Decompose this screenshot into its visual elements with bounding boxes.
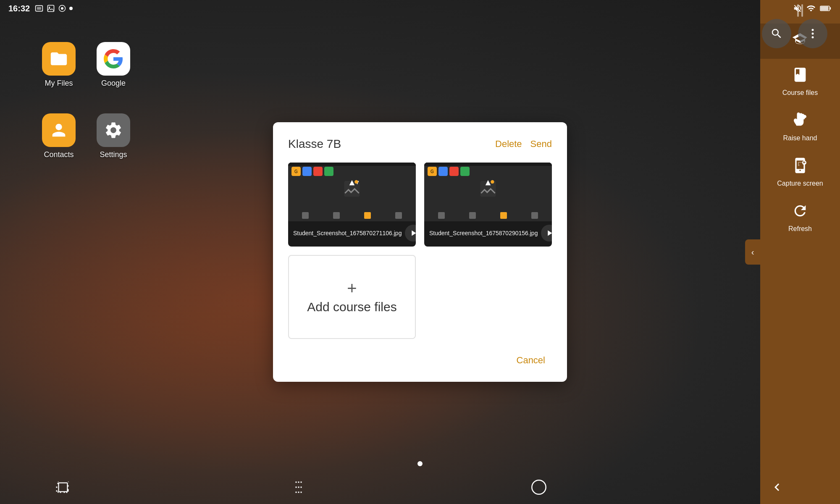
file-card-2-arrow[interactable] bbox=[541, 225, 552, 242]
dialog-header-actions: Delete Send bbox=[495, 139, 552, 150]
file-card-1-info: Student_Screenshot_1675870271106.jpg bbox=[288, 221, 416, 245]
arrow-right-icon-1 bbox=[409, 228, 416, 238]
file-card-2-info: Student_Screenshot_1675870290156.jpg bbox=[424, 221, 552, 245]
file-card-2-name: Student_Screenshot_1675870290156.jpg bbox=[429, 229, 538, 237]
svg-point-15 bbox=[354, 180, 358, 184]
svg-point-19 bbox=[491, 180, 494, 184]
dialog-title: Klasse 7B bbox=[288, 137, 341, 151]
file-card-2-preview: G bbox=[424, 163, 552, 221]
dialog-overlay: Klasse 7B Delete Send G bbox=[0, 0, 840, 504]
delete-button[interactable]: Delete bbox=[495, 139, 522, 150]
add-files-plus: + bbox=[347, 280, 357, 297]
add-files-label: Add course files bbox=[307, 300, 396, 314]
file-card-1-name: Student_Screenshot_1675870271106.jpg bbox=[293, 229, 402, 237]
send-button[interactable]: Send bbox=[530, 139, 552, 150]
dialog-footer: Cancel bbox=[288, 347, 552, 369]
file-card-2[interactable]: G bbox=[424, 163, 552, 247]
empty-slot bbox=[424, 255, 552, 339]
klasse-dialog: Klasse 7B Delete Send G bbox=[273, 122, 567, 382]
file-1-screenshot: G bbox=[288, 163, 416, 221]
file-card-1[interactable]: G bbox=[288, 163, 416, 247]
file-grid: G bbox=[288, 163, 552, 339]
arrow-right-icon-2 bbox=[545, 228, 552, 238]
file-2-screenshot: G bbox=[424, 163, 552, 221]
file-card-1-arrow[interactable] bbox=[405, 225, 416, 242]
dialog-header: Klasse 7B Delete Send bbox=[288, 137, 552, 151]
file-card-1-preview: G bbox=[288, 163, 416, 221]
cancel-button[interactable]: Cancel bbox=[510, 352, 552, 369]
add-course-files-card[interactable]: + Add course files bbox=[288, 255, 416, 339]
